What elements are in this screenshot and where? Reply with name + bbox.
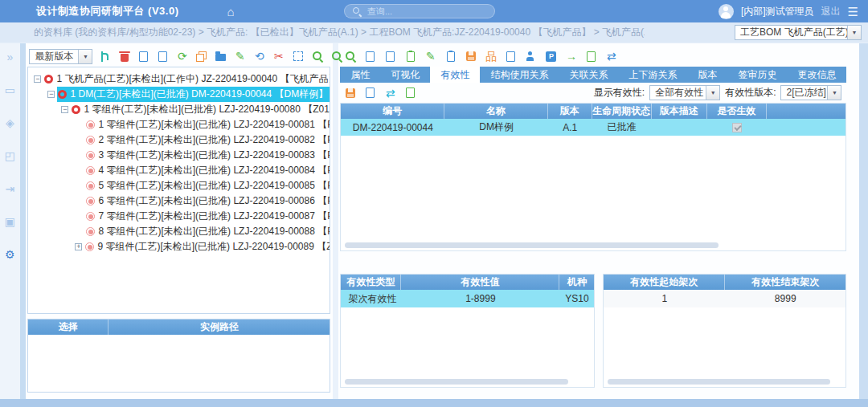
- table-row[interactable]: 18999: [604, 290, 845, 307]
- column-header[interactable]: [767, 104, 846, 119]
- swap-icon[interactable]: ⇄: [383, 86, 397, 100]
- tab-1[interactable]: 可视化: [380, 67, 430, 83]
- swap-icon[interactable]: ⇄: [604, 50, 618, 63]
- tab-7[interactable]: 签审历史: [727, 67, 787, 83]
- horizontal-scrollbar[interactable]: [345, 379, 567, 385]
- paste-add-icon[interactable]: [403, 50, 417, 63]
- doc-add-icon[interactable]: [137, 50, 150, 63]
- clipboard-icon[interactable]: [444, 50, 457, 63]
- column-header[interactable]: 有效性值: [401, 275, 559, 290]
- edit-doc-icon[interactable]: ✎: [233, 50, 247, 63]
- settings-users-icon[interactable]: ⚙: [5, 249, 15, 260]
- doc-search-icon[interactable]: [383, 50, 397, 63]
- tree-node[interactable]: 8 零组件(工艺)[未检出](已批准) LZJ-220419-00088 【P0…: [28, 224, 330, 239]
- column-header[interactable]: 编号: [341, 104, 444, 119]
- collapse-icon[interactable]: −: [61, 106, 68, 113]
- tree-node[interactable]: 4 零组件(工艺)[未检出](已批准) LZJ-220419-00084 【P0…: [28, 163, 330, 178]
- column-header[interactable]: 实例路径: [108, 319, 330, 335]
- sync-icon[interactable]: ⟲: [252, 50, 266, 63]
- horizontal-scrollbar[interactable]: [608, 379, 830, 385]
- tree-node[interactable]: −1 零组件(工艺)[未检出](已批准) LZJ-220419-00080 【Z…: [28, 102, 330, 117]
- arrow-right-icon[interactable]: →: [564, 50, 578, 63]
- column-header[interactable]: 有效性起始架次: [604, 275, 725, 290]
- layers-icon[interactable]: ◰: [5, 150, 15, 161]
- logout-button[interactable]: 退出: [821, 5, 841, 18]
- tab-8[interactable]: 更改信息: [787, 67, 846, 83]
- search-icon[interactable]: [343, 50, 357, 63]
- chevron-down-icon[interactable]: ▼: [78, 50, 92, 63]
- global-search-input[interactable]: 查询...: [344, 4, 495, 18]
- window-copy-icon[interactable]: [194, 50, 208, 63]
- context-selector[interactable]: 工艺BOM 飞机产品(工艺):JZ... ▼: [735, 25, 862, 40]
- copy-add-icon[interactable]: [363, 50, 377, 63]
- collapse-icon[interactable]: −: [47, 91, 55, 98]
- tree-node[interactable]: −1 DM(工艺)[未检出](已批准) DM-220419-00044 【DM样…: [28, 87, 330, 102]
- column-header[interactable]: 版本描述: [652, 104, 707, 119]
- breadcrumb[interactable]: 的资料库 (我的资料库/构型功能02-23) > 飞机产品: 【已检出】飞机产品…: [34, 26, 645, 39]
- delete-icon[interactable]: [117, 50, 131, 63]
- refresh-icon[interactable]: ⟳: [175, 50, 189, 63]
- cube-3d-icon[interactable]: ◈: [6, 117, 14, 128]
- panel-splitter[interactable]: [333, 43, 338, 399]
- marquee-select-icon[interactable]: [291, 50, 305, 63]
- column-header[interactable]: 机种: [559, 275, 594, 290]
- search-icon[interactable]: [310, 50, 324, 63]
- edit-icon[interactable]: ✎: [424, 50, 437, 63]
- doc-new-icon[interactable]: [504, 50, 518, 63]
- column-header[interactable]: 有效性结束架次: [725, 275, 846, 290]
- show-effectivity-select[interactable]: 全部有效性 ▼: [649, 85, 720, 100]
- column-header[interactable]: 生命周期状态: [592, 104, 652, 119]
- chevron-down-icon[interactable]: ▼: [847, 26, 861, 39]
- effective-checkbox[interactable]: [732, 123, 742, 132]
- column-header[interactable]: 选择: [28, 319, 108, 335]
- tab-3[interactable]: 结构使用关系: [480, 67, 559, 83]
- column-header[interactable]: 名称: [444, 104, 548, 119]
- tab-6[interactable]: 版本: [687, 67, 727, 83]
- doc-check-icon[interactable]: [584, 50, 598, 63]
- tab-0[interactable]: 属性: [340, 67, 380, 83]
- tree-branch-icon[interactable]: [98, 50, 112, 63]
- tab-4[interactable]: 关联关系: [559, 67, 618, 83]
- users-icon[interactable]: [524, 50, 538, 63]
- tree-node[interactable]: 3 零组件(工艺)[未检出](已批准) LZJ-220419-00083 【P0…: [28, 148, 330, 163]
- tab-5[interactable]: 上下游关系: [618, 67, 687, 83]
- home-icon[interactable]: ⌂: [227, 5, 235, 18]
- version-filter-select[interactable]: 最新版本 ▼: [29, 49, 92, 64]
- right-scrollbar-track[interactable]: [859, 43, 868, 399]
- tree-node[interactable]: 5 零组件(工艺)[未检出](已批准) LZJ-220419-00085 【P0…: [28, 178, 330, 193]
- chevron-down-icon[interactable]: ▼: [827, 86, 841, 100]
- hierarchy-icon[interactable]: 品: [484, 50, 497, 63]
- p-box-icon[interactable]: [544, 50, 558, 63]
- doc-add-icon[interactable]: [363, 86, 377, 100]
- effectivity-version-select[interactable]: 2[已冻结] ▼: [780, 85, 841, 100]
- collapse-expand-icon[interactable]: »: [6, 51, 13, 63]
- table-row[interactable]: 架次有效性1-8999YS10: [341, 290, 594, 307]
- search-plus-icon[interactable]: [330, 50, 343, 63]
- cut-icon[interactable]: ✂: [272, 50, 285, 63]
- monitor-user-icon[interactable]: ▣: [5, 216, 15, 227]
- doc-copy-icon[interactable]: [156, 50, 170, 63]
- tree-node[interactable]: 7 零组件(工艺)[未检出](已批准) LZJ-220419-00087 【P0…: [28, 209, 330, 224]
- tab-2[interactable]: 有效性: [430, 67, 480, 83]
- hamburger-menu-icon[interactable]: ☰: [848, 6, 858, 18]
- expand-icon[interactable]: +: [75, 243, 82, 250]
- column-header[interactable]: 有效性类型: [341, 275, 401, 290]
- tree-node[interactable]: −1 飞机产品(工艺)[未检出](工作中) JZ-220419-00040 【飞…: [28, 71, 330, 87]
- save-icon[interactable]: [343, 86, 357, 100]
- import-icon[interactable]: ⇥: [5, 183, 14, 194]
- user-avatar[interactable]: [719, 4, 734, 19]
- tree-node[interactable]: 6 零组件(工艺)[未检出](已批准) LZJ-220419-00086 【P0…: [28, 193, 330, 209]
- column-header[interactable]: 版本: [548, 104, 592, 119]
- table-row[interactable]: DM-220419-00044DM样例A.1已批准: [341, 119, 845, 136]
- horizontal-scrollbar[interactable]: [345, 242, 719, 248]
- folder-open-icon[interactable]: [214, 50, 227, 63]
- tree-node[interactable]: 1 零组件(工艺)[未检出](已批准) LZJ-220419-00081 【P0…: [28, 117, 330, 132]
- collapse-icon[interactable]: −: [34, 75, 41, 83]
- left-scrollbar-track[interactable]: [20, 43, 27, 399]
- tree-node[interactable]: 2 零组件(工艺)[未检出](已批准) LZJ-220419-00082 【P0…: [28, 132, 330, 148]
- column-header[interactable]: 是否生效: [707, 104, 767, 119]
- doc-check-icon[interactable]: [403, 86, 417, 100]
- save-icon[interactable]: [464, 50, 477, 63]
- chevron-down-icon[interactable]: ▼: [706, 86, 719, 100]
- tree-node[interactable]: +9 零组件(工艺)[未检出](已批准) LZJ-220419-00089 【Z…: [28, 239, 330, 254]
